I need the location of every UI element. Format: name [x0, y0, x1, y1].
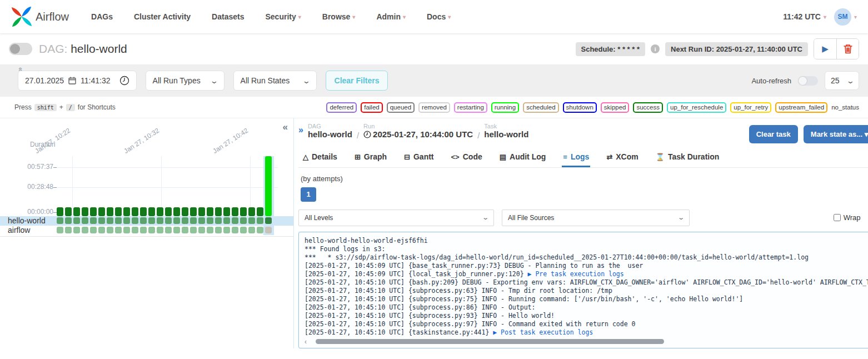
nav-item-dags[interactable]: DAGs: [91, 12, 113, 21]
run-duration-bar[interactable]: [65, 207, 72, 216]
task-instance-square[interactable]: [107, 227, 113, 233]
task-instance-square[interactable]: [90, 217, 97, 224]
nav-item-cluster-activity[interactable]: Cluster Activity: [134, 12, 191, 21]
state-badge-up-for-retry[interactable]: up_for_retry: [730, 102, 771, 113]
task-instance-square[interactable]: [140, 227, 147, 233]
attempt-1-button[interactable]: 1: [301, 187, 316, 202]
file-source-select[interactable]: All File Sources ⌄: [502, 210, 690, 226]
task-instance-square[interactable]: [223, 227, 230, 233]
tab-gantt[interactable]: ⊟Gantt: [403, 149, 435, 167]
task-instance-square[interactable]: [148, 217, 155, 224]
task-instance-square[interactable]: [198, 217, 205, 224]
state-badge-success[interactable]: success: [633, 102, 663, 113]
run-duration-bar[interactable]: [148, 207, 155, 216]
task-instance-square[interactable]: [165, 217, 172, 224]
user-menu[interactable]: SM ▾: [834, 8, 857, 26]
state-badge-upstream-failed[interactable]: upstream_failed: [775, 102, 827, 113]
task-instance-square[interactable]: [190, 227, 197, 233]
trigger-dag-button[interactable]: ▶: [814, 39, 836, 59]
task-instance-square[interactable]: [240, 217, 247, 224]
mark-state-button[interactable]: Mark state as... ▾: [804, 125, 868, 143]
run-duration-bar[interactable]: [190, 207, 197, 216]
run-duration-bar[interactable]: [132, 207, 138, 216]
task-instance-square[interactable]: [65, 217, 72, 224]
task-instance-square[interactable]: [140, 217, 147, 224]
task-instance-square[interactable]: [115, 217, 122, 224]
run-duration-bar[interactable]: [157, 207, 163, 216]
run-duration-bar[interactable]: [107, 207, 113, 216]
expand-panel-icon[interactable]: »: [298, 125, 303, 135]
nav-item-admin[interactable]: Admin▾: [376, 12, 406, 21]
dag-pause-toggle[interactable]: [9, 43, 32, 55]
state-badge-running[interactable]: running: [491, 102, 519, 113]
page-size-select[interactable]: 25 ⌄: [825, 71, 859, 90]
task-instance-square[interactable]: [123, 227, 130, 233]
run-states-select[interactable]: All Run States ⌄: [233, 71, 317, 91]
task-instance-square[interactable]: [248, 227, 255, 233]
tab-graph[interactable]: ⊞Graph: [353, 149, 388, 167]
state-badge-scheduled[interactable]: scheduled: [523, 102, 558, 113]
run-duration-bar[interactable]: [115, 207, 122, 216]
date-time-picker[interactable]: 27.01.2025 11:41:32: [18, 71, 137, 91]
task-instance-square[interactable]: [157, 227, 163, 233]
task-instance-square[interactable]: [107, 217, 113, 224]
task-instance-square[interactable]: [148, 227, 155, 233]
task-instance-square[interactable]: [132, 227, 138, 233]
state-badge-shutdown[interactable]: shutdown: [563, 102, 597, 113]
state-badge-deferred[interactable]: deferred: [326, 102, 357, 113]
task-instance-square[interactable]: [173, 227, 180, 233]
log-horizontal-scrollbar[interactable]: ‹ ›: [305, 338, 868, 346]
run-duration-bar[interactable]: [265, 156, 272, 216]
task-instance-square[interactable]: [90, 227, 97, 233]
state-badge-skipped[interactable]: skipped: [601, 102, 630, 113]
run-duration-bar[interactable]: [73, 207, 80, 216]
schedule-badge[interactable]: Schedule: * * * * *: [576, 42, 645, 56]
breadcrumb-run-value[interactable]: 2025-01-27, 10:44:00 UTC: [363, 129, 473, 139]
log-level-select[interactable]: All Levels ⌄: [298, 210, 494, 226]
task-instance-square[interactable]: [73, 217, 80, 224]
task-instance-square[interactable]: [173, 217, 180, 224]
wrap-checkbox[interactable]: [834, 214, 841, 221]
run-duration-bar[interactable]: [240, 207, 247, 216]
task-instance-square[interactable]: [223, 217, 230, 224]
task-instance-square[interactable]: [132, 217, 138, 224]
run-duration-bar[interactable]: [57, 207, 63, 216]
delete-dag-button[interactable]: [836, 39, 859, 59]
run-duration-bar[interactable]: [123, 207, 130, 216]
task-instance-square[interactable]: [265, 217, 272, 224]
log-group-link[interactable]: ▶ Pre task execution logs: [528, 270, 624, 278]
task-instance-square[interactable]: [182, 217, 188, 224]
state-badge-removed[interactable]: removed: [418, 102, 450, 113]
auto-refresh-toggle[interactable]: [798, 76, 818, 86]
run-duration-bar[interactable]: [82, 207, 88, 216]
run-duration-bar[interactable]: [98, 207, 105, 216]
state-badge-up-for-reschedule[interactable]: up_for_reschedule: [667, 102, 726, 113]
tab-details[interactable]: △Details: [302, 149, 338, 167]
task-instance-square[interactable]: [82, 217, 88, 224]
task-instance-square[interactable]: [73, 227, 80, 233]
clear-filters-button[interactable]: Clear Filters: [326, 71, 388, 91]
airflow-brand[interactable]: Airflow: [11, 6, 69, 27]
run-duration-bar[interactable]: [207, 207, 213, 216]
run-duration-bar[interactable]: [165, 207, 172, 216]
run-duration-bar[interactable]: [223, 207, 230, 216]
task-instance-square[interactable]: [165, 227, 172, 233]
task-instance-square[interactable]: [257, 217, 263, 224]
task-row-hello-world[interactable]: hello-world: [0, 216, 293, 226]
log-group-link[interactable]: ▶ Post task execution logs: [493, 328, 593, 336]
run-duration-bar[interactable]: [198, 207, 205, 216]
task-instance-square[interactable]: [98, 227, 105, 233]
nav-item-security[interactable]: Security▾: [265, 12, 301, 21]
tab-audit-log[interactable]: ▤Audit Log: [498, 149, 547, 167]
collapse-filters-icon[interactable]: «: [17, 67, 25, 71]
task-instance-square[interactable]: [65, 227, 72, 233]
task-instance-square[interactable]: [248, 217, 255, 224]
scrollbar-track[interactable]: [309, 339, 868, 345]
state-badge-failed[interactable]: failed: [361, 102, 383, 113]
task-instance-square[interactable]: [190, 217, 197, 224]
run-duration-bar[interactable]: [215, 207, 222, 216]
task-instance-square[interactable]: [82, 227, 88, 233]
task-instance-square[interactable]: [232, 217, 238, 224]
scrollbar-thumb[interactable]: [316, 339, 664, 344]
run-duration-bar[interactable]: [140, 207, 147, 216]
